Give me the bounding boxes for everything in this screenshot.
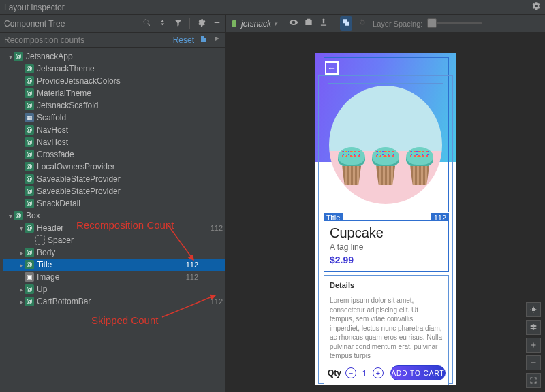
- comp-icon: @: [25, 162, 34, 172]
- tree-node-label: Image: [37, 272, 174, 282]
- refresh-icon[interactable]: [358, 18, 367, 29]
- add-to-cart-button[interactable]: ADD TO CART: [390, 365, 446, 380]
- tree-node[interactable]: Spacer: [3, 234, 225, 246]
- settings-icon[interactable]: [531, 1, 541, 13]
- comp-icon: @: [25, 101, 34, 110]
- layer-spacing-label: Layer Spacing:: [373, 20, 422, 28]
- product-image: [329, 86, 442, 204]
- tree-arrow-icon[interactable]: [18, 225, 25, 232]
- expand-icon[interactable]: [158, 18, 167, 29]
- dashed-icon: [35, 235, 45, 245]
- qty-value: 1: [360, 368, 369, 378]
- tree-node-label: NavHost: [37, 137, 174, 147]
- tree-node-label: MaterialTheme: [37, 88, 174, 98]
- zoom-out-icon[interactable]: [526, 355, 541, 370]
- chevron-down-icon: ▾: [274, 20, 277, 27]
- right-panel: jetsnack ▾ Layer Spacing: ←: [226, 15, 545, 392]
- comp-icon: @: [14, 52, 23, 61]
- tree-node[interactable]: @LocalOwnersProvider: [3, 161, 225, 173]
- tree-node-label: Box: [26, 211, 174, 220]
- recomposition-header: Recomposition counts Reset: [0, 33, 225, 48]
- tree-node[interactable]: @Crossfade: [3, 148, 225, 161]
- tree-node-label: SaveableStateProvider: [37, 174, 174, 184]
- tree-arrow-icon[interactable]: [18, 261, 25, 269]
- tree-node[interactable]: ▣Image112: [3, 271, 225, 283]
- tree-arrow-icon[interactable]: [18, 298, 25, 306]
- svg-rect-2: [232, 20, 236, 27]
- details-header: Details: [330, 281, 443, 289]
- comp-icon: @: [25, 125, 34, 135]
- qty-minus-button[interactable]: −: [345, 368, 356, 378]
- tree-node[interactable]: @ProvideJetsnackColors: [3, 75, 225, 87]
- tree-node[interactable]: @Box: [3, 210, 225, 222]
- tree-node[interactable]: @MaterialTheme: [3, 87, 225, 99]
- export-icon[interactable]: [319, 18, 328, 29]
- layout-canvas[interactable]: ← Title 112 Cupcake A tag line $2.99: [226, 33, 545, 392]
- pan-icon[interactable]: [526, 302, 541, 317]
- options-gear-icon[interactable]: [197, 18, 206, 29]
- zoom-in-icon[interactable]: [526, 338, 541, 353]
- comp-icon: @: [25, 150, 34, 159]
- layer-spacing-slider[interactable]: [428, 22, 482, 24]
- separator: [189, 18, 190, 29]
- comp-icon: @: [25, 297, 34, 306]
- tree-node[interactable]: @NavHost: [3, 136, 225, 148]
- details-body: Lorem ipsum dolor sit amet, consectetur …: [330, 296, 443, 361]
- tree-node[interactable]: @NavHost: [3, 124, 225, 136]
- reset-link[interactable]: Reset: [173, 35, 194, 45]
- tree-arrow-icon[interactable]: [18, 286, 25, 293]
- tree-node[interactable]: @SaveableStateProvider: [3, 173, 225, 185]
- funnel-icon[interactable]: [174, 18, 183, 29]
- product-tagline: A tag line: [330, 242, 443, 252]
- cupcake-illustration: [403, 147, 436, 185]
- tree-node-label: SaveableStateProvider: [37, 186, 174, 196]
- tree-node[interactable]: @JetsnackTheme: [3, 63, 225, 75]
- counter-icon: [200, 35, 208, 45]
- comp-icon: @: [25, 88, 34, 98]
- slider-thumb[interactable]: [427, 18, 437, 28]
- comp-icon: @: [25, 284, 34, 294]
- title-component[interactable]: Cupcake A tag line $2.99: [324, 220, 449, 272]
- tree-arrow-icon[interactable]: [18, 249, 25, 257]
- product-name: Cupcake: [330, 225, 443, 241]
- img-icon: ▣: [25, 272, 34, 282]
- minimize-icon[interactable]: [213, 18, 221, 29]
- layers-icon[interactable]: [526, 320, 541, 335]
- snapshot-icon[interactable]: [304, 18, 313, 29]
- component-tree[interactable]: @JetsnackApp@JetsnackTheme@ProvideJetsna…: [0, 48, 225, 392]
- tree-node[interactable]: @CartBottomBar112: [3, 295, 225, 308]
- cupcake-illustration: [335, 147, 368, 185]
- device-frame: ← Title 112 Cupcake A tag line $2.99: [315, 53, 456, 385]
- comp-icon: @: [25, 137, 34, 147]
- comp-icon: @: [25, 174, 34, 184]
- tree-node-label: Title: [37, 260, 174, 270]
- tree-arrow-icon[interactable]: [7, 212, 14, 220]
- tree-node[interactable]: @SnackDetail: [3, 197, 225, 210]
- tree-node[interactable]: @Title112: [3, 259, 225, 271]
- recomposition-counts-label: Recomposition counts: [4, 35, 84, 45]
- separator: [334, 18, 334, 29]
- comp-icon: @: [25, 260, 34, 270]
- device-selector[interactable]: jetsnack ▾: [230, 19, 277, 29]
- tree-node-label: ProvideJetsnackColors: [37, 76, 174, 86]
- device-toolbar: jetsnack ▾ Layer Spacing:: [226, 15, 545, 33]
- search-icon[interactable]: [142, 18, 151, 29]
- qty-plus-button[interactable]: +: [373, 368, 384, 378]
- eye-icon[interactable]: [289, 18, 298, 29]
- back-icon[interactable]: ←: [325, 61, 339, 75]
- device-icon: [230, 20, 238, 28]
- tree-node[interactable]: @Up: [3, 283, 225, 295]
- tree-node[interactable]: @Body: [3, 246, 225, 259]
- comp-icon: @: [25, 64, 34, 74]
- window-title: Layout Inspector: [4, 3, 65, 12]
- fit-screen-icon[interactable]: [526, 373, 541, 388]
- tree-node[interactable]: ▦Scaffold: [3, 112, 225, 124]
- tree-node[interactable]: @JetsnackScaffold: [3, 99, 225, 112]
- tree-arrow-icon[interactable]: [7, 53, 14, 61]
- comp-icon: @: [25, 248, 34, 257]
- tree-node[interactable]: @Header112: [3, 222, 225, 234]
- cart-bottom-bar: Qty − 1 + ADD TO CART: [324, 361, 449, 385]
- tree-node[interactable]: @JetsnackApp: [3, 50, 225, 63]
- mode-2d-icon[interactable]: [340, 16, 352, 31]
- tree-node[interactable]: @SaveableStateProvider: [3, 185, 225, 197]
